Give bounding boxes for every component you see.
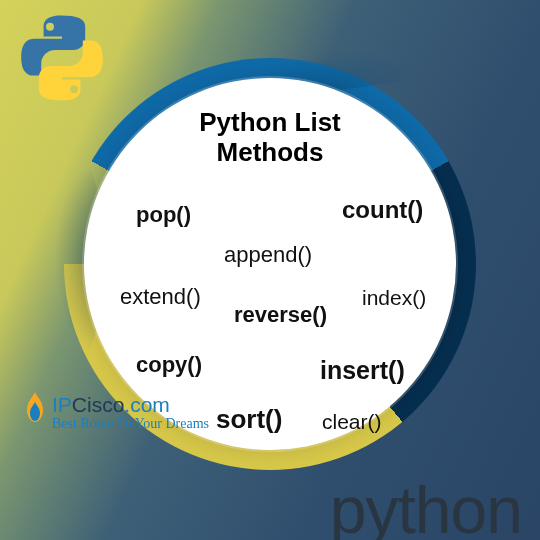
method-sort: sort() bbox=[216, 404, 282, 435]
title-line-1: Python List bbox=[199, 107, 341, 137]
method-index: index() bbox=[362, 286, 426, 310]
method-reverse: reverse() bbox=[234, 302, 327, 328]
ipcisco-logo: IPCisco.com Best Route To Your Dreams bbox=[22, 390, 209, 434]
method-copy: copy() bbox=[136, 352, 202, 378]
method-pop: pop() bbox=[136, 202, 191, 228]
method-count: count() bbox=[342, 196, 423, 224]
ipcisco-cisco: Cisco bbox=[72, 393, 125, 416]
method-insert: insert() bbox=[320, 356, 405, 385]
method-extend: extend() bbox=[120, 284, 201, 310]
python-wordmark: python bbox=[330, 472, 522, 540]
ipcisco-com: .com bbox=[124, 393, 170, 416]
ipcisco-tagline: Best Route To Your Dreams bbox=[52, 417, 209, 431]
method-append: append() bbox=[224, 242, 312, 268]
ipcisco-ip: IP bbox=[52, 393, 72, 416]
method-clear: clear() bbox=[322, 410, 382, 434]
title-line-2: Methods bbox=[217, 137, 324, 167]
ipcisco-brand: IPCisco.com bbox=[52, 394, 209, 415]
diagram-title: Python List Methods bbox=[84, 108, 456, 168]
ipcisco-text: IPCisco.com Best Route To Your Dreams bbox=[52, 394, 209, 431]
flame-icon bbox=[22, 390, 48, 434]
